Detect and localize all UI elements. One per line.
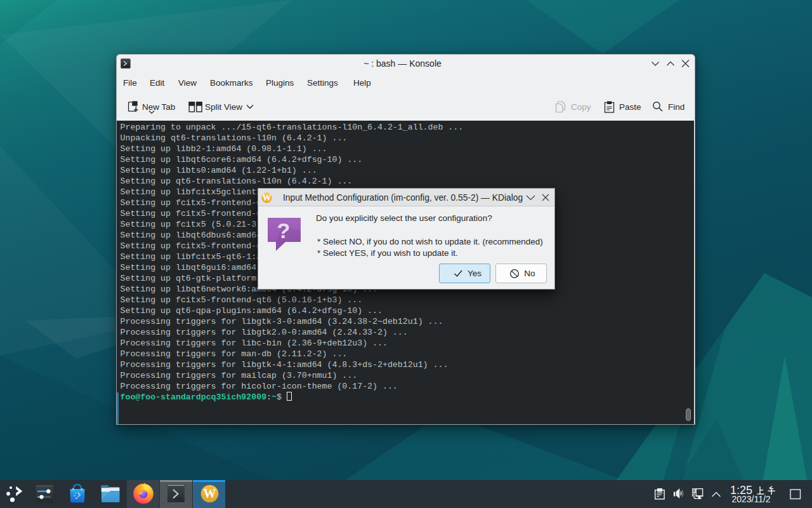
svg-text:W: W <box>204 486 216 500</box>
svg-text:?: ? <box>277 218 291 243</box>
svg-text:W: W <box>263 193 272 203</box>
